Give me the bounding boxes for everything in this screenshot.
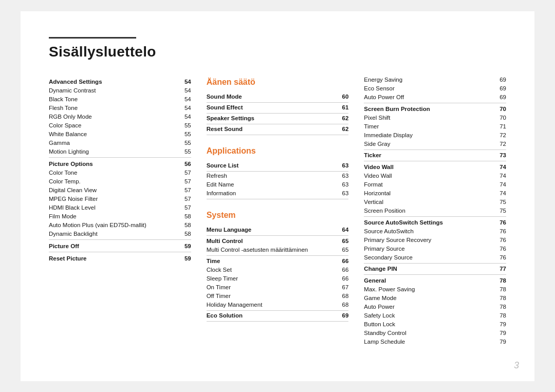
- table-row: Primary Source76: [364, 245, 506, 253]
- row-label: Picture Off: [49, 239, 176, 252]
- row-num: 55: [176, 121, 191, 129]
- table-row: Black Tone54: [49, 95, 191, 103]
- row-num: 63: [311, 189, 348, 199]
- table-row: Button Lock79: [364, 320, 506, 329]
- col3: Energy Saving69Eco Sensor69Auto Power Of…: [364, 76, 506, 346]
- table-row: Color Temp.57: [49, 177, 191, 185]
- row-label: Color Temp.: [49, 177, 176, 185]
- row-num: 68: [335, 292, 349, 301]
- row-num: 64: [335, 225, 349, 236]
- table-row: Off Timer68: [207, 292, 349, 301]
- row-label: Film Mode: [49, 212, 176, 220]
- table-row: Sleep Timer66: [207, 274, 349, 283]
- table-row: Source List63: [207, 161, 349, 172]
- row-label: HDMl Black Level: [49, 203, 176, 212]
- table-row: Screen Burn Protection70: [364, 103, 506, 114]
- row-label: Dynamic Contrast: [49, 86, 176, 95]
- columns-wrapper: Advanced Settings54Dynamic Contrast54Bla…: [49, 76, 506, 346]
- table-row: Reset Picture59: [49, 252, 191, 263]
- row-label: Motion Lighting: [49, 147, 176, 157]
- table-row: Side Gray72: [364, 140, 506, 150]
- table-row: Film Mode58: [49, 212, 191, 220]
- table-row: Video Wall74: [364, 161, 506, 172]
- row-label: Dynamic Backlight: [49, 229, 176, 239]
- table-row: Dynamic Backlight58: [49, 229, 191, 239]
- row-num: 55: [176, 129, 191, 138]
- row-label: Color Tone: [49, 168, 176, 177]
- row-label: Sound Mode: [207, 92, 322, 103]
- table-row: General78: [364, 275, 506, 285]
- row-num: 55: [176, 138, 191, 147]
- table-row: Format74: [364, 180, 506, 189]
- table-row: MPEG Noise Filter57: [49, 194, 191, 203]
- col3-table: Energy Saving69Eco Sensor69Auto Power Of…: [364, 76, 506, 346]
- row-num: 66: [335, 266, 349, 274]
- table-row: Sound Effect61: [207, 102, 349, 113]
- row-label: Time: [207, 256, 335, 266]
- row-label: Side Gray: [364, 140, 488, 150]
- table-row: HDMl Black Level57: [49, 203, 191, 212]
- row-num: 61: [322, 102, 349, 113]
- row-num: 65: [335, 246, 349, 256]
- row-num: 75: [488, 207, 506, 217]
- row-label: Color Space: [49, 121, 176, 129]
- row-label: Clock Set: [207, 266, 335, 274]
- row-num: 57: [176, 203, 191, 212]
- table-row: Video Wall74: [364, 172, 506, 180]
- row-label: Screen Burn Protection: [364, 103, 488, 114]
- table-row: Vertical75: [364, 198, 506, 207]
- table-row: Refresh63: [207, 171, 349, 180]
- col2-table: Sound Mode60Sound Effect61Speaker Settin…: [207, 92, 349, 135]
- row-num: 69: [488, 76, 506, 84]
- row-label: On Timer: [207, 283, 335, 292]
- row-num: 54: [176, 86, 191, 95]
- section-title: System: [207, 211, 349, 220]
- row-num: 54: [176, 95, 191, 103]
- row-label: Auto Power Off: [364, 93, 488, 103]
- row-num: 56: [176, 157, 191, 168]
- row-num: 54: [176, 76, 191, 86]
- col2-table: Source List63Refresh63Edit Name63Informa…: [207, 161, 349, 200]
- row-num: 78: [488, 285, 506, 294]
- row-label: Change PIN: [364, 264, 488, 275]
- row-label: Immediate Display: [364, 131, 488, 140]
- table-row: Max. Power Saving78: [364, 285, 506, 294]
- row-num: 77: [488, 264, 506, 275]
- table-row: Pixel Shift70: [364, 114, 506, 122]
- row-label: Game Mode: [364, 294, 488, 303]
- table-row: Primary Source Recovery76: [364, 236, 506, 245]
- row-num: 79: [488, 329, 506, 338]
- row-num: 63: [311, 161, 348, 172]
- table-row: Game Mode78: [364, 294, 506, 303]
- row-num: 69: [335, 311, 349, 322]
- row-num: 74: [488, 161, 506, 172]
- row-label: Source AutoSwitch Settings: [364, 217, 488, 227]
- col1-table: Advanced Settings54Dynamic Contrast54Bla…: [49, 76, 191, 263]
- row-label: Multi Control -asetusten määrittäminen: [207, 246, 335, 256]
- row-label: RGB Only Mode: [49, 112, 176, 121]
- table-row: Multi Control65: [207, 236, 349, 246]
- row-label: Standby Control: [364, 329, 488, 338]
- title-area: Sisällysluettelo: [49, 37, 506, 60]
- table-row: Flesh Tone54: [49, 103, 191, 112]
- row-label: Menu Language: [207, 225, 335, 236]
- row-num: 73: [488, 150, 506, 161]
- row-label: Source AutoSwitch: [364, 227, 488, 236]
- row-label: Ticker: [364, 150, 488, 161]
- table-row: Gamma55: [49, 138, 191, 147]
- table-row: Digital Clean View57: [49, 185, 191, 194]
- table-row: Advanced Settings54: [49, 76, 191, 86]
- table-row: Eco Solution69: [207, 311, 349, 322]
- row-num: 72: [488, 140, 506, 150]
- row-label: White Balance: [49, 129, 176, 138]
- row-num: 78: [488, 294, 506, 303]
- section-title: Äänen säätö: [207, 78, 349, 87]
- section-title: Applications: [207, 146, 349, 156]
- row-label: Flesh Tone: [49, 103, 176, 112]
- page-title: Sisällysluettelo: [49, 44, 506, 60]
- page-number: 3: [514, 360, 519, 371]
- row-label: Auto Motion Plus (vain ED75D-mallit): [49, 220, 176, 229]
- row-num: 59: [176, 252, 191, 263]
- row-num: 78: [488, 275, 506, 285]
- row-label: Source List: [207, 161, 312, 172]
